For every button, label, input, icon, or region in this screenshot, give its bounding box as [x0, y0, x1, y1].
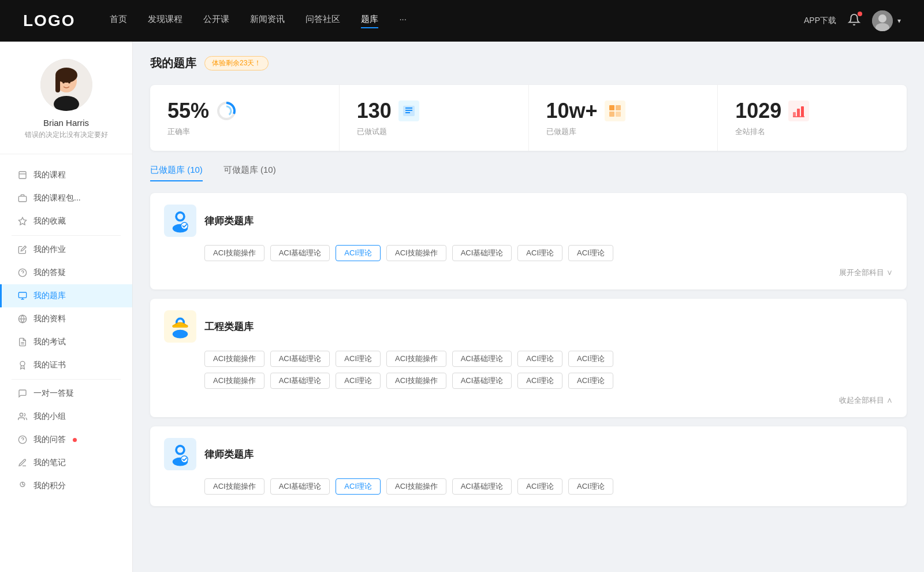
- bank-tag-active[interactable]: ACI理论: [336, 478, 381, 495]
- stat-label-accuracy: 正确率: [167, 127, 322, 137]
- svg-point-50: [173, 330, 188, 339]
- svg-point-27: [20, 413, 23, 416]
- expand-btn-0[interactable]: 展开全部科目 ∨: [839, 268, 893, 277]
- bank-tag[interactable]: ACI理论: [568, 245, 613, 261]
- bank-tag[interactable]: ACI理论: [568, 478, 613, 495]
- notification-dot: [858, 12, 862, 16]
- cert-icon: [17, 360, 28, 370]
- nav-discover[interactable]: 发现课程: [148, 14, 182, 28]
- svg-point-8: [62, 81, 65, 84]
- tab-available-banks[interactable]: 可做题库 (10): [223, 165, 276, 181]
- page-title: 我的题库: [150, 55, 196, 71]
- bank-card-header-2: 律师类题库: [164, 438, 893, 470]
- bank-tag[interactable]: ACI理论: [517, 245, 562, 261]
- bank-tag[interactable]: ACI基础理论: [452, 351, 512, 367]
- page-header: 我的题库 体验剩余23天！: [150, 55, 907, 71]
- bank-tag[interactable]: ACI基础理论: [270, 245, 330, 261]
- sidebar-item-homework[interactable]: 我的作业: [0, 238, 132, 261]
- sidebar-item-group[interactable]: 我的小组: [0, 405, 132, 428]
- sidebar-item-label: 我的小组: [33, 411, 66, 422]
- nav-more[interactable]: ···: [399, 14, 407, 28]
- bank-tag[interactable]: ACI理论: [568, 373, 613, 389]
- nav-home[interactable]: 首页: [110, 14, 127, 28]
- app-download-link[interactable]: APP下载: [804, 16, 836, 26]
- sidebar-item-data[interactable]: 我的资料: [0, 307, 132, 330]
- one-on-one-icon: [17, 388, 28, 399]
- sidebar-item-label: 我的笔记: [33, 458, 66, 468]
- bank-tag[interactable]: ACI基础理论: [270, 351, 330, 367]
- navbar-chevron-icon: ▾: [897, 17, 901, 25]
- svg-rect-38: [609, 105, 614, 110]
- user-avatar-wrap[interactable]: ▾: [872, 10, 901, 31]
- sidebar-item-label: 我的考试: [33, 337, 66, 347]
- bank-tag[interactable]: ACI理论: [336, 351, 381, 367]
- stat-label-ranking: 全站排名: [735, 127, 889, 137]
- bank-tag[interactable]: ACI基础理论: [452, 245, 512, 261]
- trial-badge: 体验剩余23天！: [204, 56, 269, 70]
- sidebar-item-course[interactable]: 我的课程: [0, 164, 132, 187]
- bank-tag[interactable]: ACI理论: [336, 373, 381, 389]
- stat-value-accuracy: 55%: [167, 99, 209, 123]
- chart-icon: [788, 101, 809, 121]
- sidebar-item-cert[interactable]: 我的证书: [0, 354, 132, 377]
- stat-ranking: 1029 全站排名: [718, 85, 907, 151]
- bank-tag[interactable]: ACI技能操作: [204, 351, 264, 367]
- sidebar-item-points[interactable]: 我的积分: [0, 474, 132, 497]
- bank-card-title-2: 律师类题库: [204, 448, 254, 461]
- stat-value-questions: 130: [357, 99, 392, 123]
- nav-opencourse[interactable]: 公开课: [203, 14, 229, 28]
- stat-top: 55%: [167, 99, 322, 123]
- collapse-btn-1[interactable]: 收起全部科目 ∧: [839, 396, 893, 404]
- navbar-avatar: [872, 10, 893, 31]
- sidebar-menu: 我的课程 我的课程包... 我的收藏 我的作业: [0, 160, 132, 501]
- bank-tag[interactable]: ACI技能操作: [204, 245, 264, 261]
- bank-tag[interactable]: ACI基础理论: [452, 478, 512, 495]
- sidebar-item-questionbank[interactable]: 我的题库: [0, 284, 132, 307]
- bank-tag[interactable]: ACI技能操作: [386, 351, 446, 367]
- bank-tag[interactable]: ACI基础理论: [270, 478, 330, 495]
- bank-tag[interactable]: ACI基础理论: [452, 373, 512, 389]
- sidebar-item-one-on-one[interactable]: 一对一答疑: [0, 382, 132, 405]
- svg-marker-16: [18, 217, 26, 225]
- sidebar-item-package[interactable]: 我的课程包...: [0, 187, 132, 210]
- notification-bell[interactable]: [848, 13, 860, 29]
- bank-tag-active[interactable]: ACI理论: [336, 245, 381, 261]
- qa-notification-dot: [73, 438, 77, 442]
- bank-tag[interactable]: ACI理论: [517, 373, 562, 389]
- bank-icon-engineer: [164, 310, 196, 343]
- svg-point-47: [177, 214, 183, 220]
- nav-qa[interactable]: 问答社区: [305, 14, 340, 28]
- stat-banks: 10w+ 已做题库: [529, 85, 718, 151]
- bank-tag[interactable]: ACI理论: [568, 351, 613, 367]
- svg-rect-41: [616, 112, 621, 117]
- sidebar-separator: [12, 235, 121, 236]
- bank-icon-lawyer: [164, 205, 196, 237]
- sidebar-item-question[interactable]: 我的答疑: [0, 261, 132, 284]
- sidebar-item-notes[interactable]: 我的笔记: [0, 451, 132, 474]
- svg-rect-34: [403, 106, 415, 116]
- bank-tag[interactable]: ACI基础理论: [270, 373, 330, 389]
- tab-done-banks[interactable]: 已做题库 (10): [150, 165, 203, 181]
- sidebar-item-favorite[interactable]: 我的收藏: [0, 210, 132, 233]
- bank-tag[interactable]: ACI技能操作: [386, 478, 446, 495]
- stat-questions: 130 已做试题: [340, 85, 529, 151]
- stat-label-banks: 已做题库: [546, 127, 701, 137]
- bank-tag[interactable]: ACI理论: [517, 478, 562, 495]
- stats-row: 55% 正确率 130: [150, 85, 907, 151]
- svg-point-33: [222, 106, 231, 116]
- svg-rect-19: [18, 292, 26, 298]
- sidebar-item-exam[interactable]: 我的考试: [0, 330, 132, 354]
- navbar-nav: 首页 发现课程 公开课 新闻资讯 问答社区 题库 ···: [110, 14, 804, 28]
- star-icon: [17, 216, 28, 226]
- bank-tag[interactable]: ACI技能操作: [204, 478, 264, 495]
- stat-top: 1029: [735, 99, 889, 123]
- nav-news[interactable]: 新闻资讯: [250, 14, 285, 28]
- bank-tag[interactable]: ACI技能操作: [386, 245, 446, 261]
- bank-tag[interactable]: ACI技能操作: [204, 373, 264, 389]
- exam-icon: [17, 337, 28, 347]
- sidebar-item-my-qa[interactable]: 我的问答: [0, 428, 132, 451]
- bank-tag[interactable]: ACI技能操作: [386, 373, 446, 389]
- navbar-logo[interactable]: LOGO: [23, 12, 75, 30]
- nav-questionbank[interactable]: 题库: [361, 14, 378, 28]
- bank-tag[interactable]: ACI理论: [517, 351, 562, 367]
